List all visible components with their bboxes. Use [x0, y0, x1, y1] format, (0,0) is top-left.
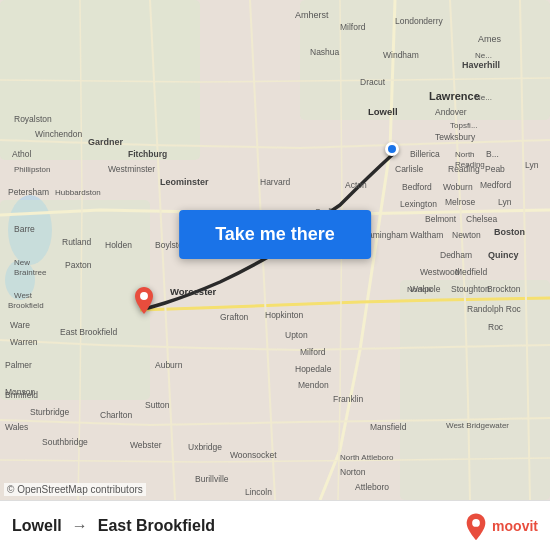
- svg-text:Newton: Newton: [452, 230, 481, 240]
- svg-text:Woonsocket: Woonsocket: [230, 450, 277, 460]
- route-arrow-icon: →: [72, 517, 88, 535]
- svg-point-105: [140, 292, 148, 300]
- svg-text:Brockton: Brockton: [487, 284, 521, 294]
- svg-text:Fitchburg: Fitchburg: [128, 149, 167, 159]
- svg-text:Rutland: Rutland: [62, 237, 92, 247]
- svg-text:Lyn: Lyn: [525, 160, 539, 170]
- svg-text:Lincoln: Lincoln: [245, 487, 272, 497]
- svg-text:Waltham: Waltham: [410, 230, 443, 240]
- svg-text:Southbridge: Southbridge: [42, 437, 88, 447]
- svg-text:Ne...: Ne...: [475, 93, 492, 102]
- svg-text:Londonderry: Londonderry: [395, 16, 443, 26]
- svg-text:Acton: Acton: [345, 180, 367, 190]
- svg-text:Bedford: Bedford: [402, 182, 432, 192]
- svg-text:Petersham: Petersham: [8, 187, 49, 197]
- from-city-label: Lowell: [12, 517, 62, 535]
- svg-text:Carlisle: Carlisle: [395, 164, 424, 174]
- svg-text:Lawrence: Lawrence: [429, 90, 480, 102]
- svg-text:Mendon: Mendon: [298, 380, 329, 390]
- svg-text:Andover: Andover: [435, 107, 467, 117]
- svg-text:Winchendon: Winchendon: [35, 129, 83, 139]
- take-me-there-button[interactable]: Take me there: [179, 210, 371, 259]
- svg-text:Webster: Webster: [130, 440, 162, 450]
- svg-text:Worcester: Worcester: [170, 286, 217, 297]
- bottom-bar: Lowell → East Brookfield moovit: [0, 500, 550, 550]
- svg-text:Dedham: Dedham: [440, 250, 472, 260]
- svg-text:Warren: Warren: [10, 337, 38, 347]
- svg-text:Holden: Holden: [105, 240, 132, 250]
- svg-text:Lowell: Lowell: [368, 106, 398, 117]
- svg-text:Ames: Ames: [478, 34, 502, 44]
- svg-text:North Attleboro: North Attleboro: [340, 453, 394, 462]
- svg-text:Randolph Roc: Randolph Roc: [467, 304, 522, 314]
- svg-text:Chelsea: Chelsea: [466, 214, 497, 224]
- svg-text:Roc: Roc: [488, 322, 504, 332]
- svg-text:Topsfi...: Topsfi...: [450, 121, 478, 130]
- svg-text:Lexington: Lexington: [400, 199, 437, 209]
- svg-text:Sturbridge: Sturbridge: [30, 407, 69, 417]
- destination-marker: [130, 287, 158, 327]
- svg-text:Lyn: Lyn: [498, 197, 512, 207]
- svg-text:Stoughton: Stoughton: [451, 284, 490, 294]
- svg-text:Leominster: Leominster: [160, 177, 209, 187]
- svg-text:Grafton: Grafton: [220, 312, 249, 322]
- moovit-logo: moovit: [462, 512, 538, 540]
- svg-text:Milford: Milford: [300, 347, 326, 357]
- svg-text:Hopkinton: Hopkinton: [265, 310, 304, 320]
- svg-text:West Bridgewater: West Bridgewater: [446, 421, 509, 430]
- svg-text:Norton: Norton: [340, 467, 366, 477]
- svg-text:Quincy: Quincy: [488, 250, 519, 260]
- svg-text:Billerica: Billerica: [410, 149, 440, 159]
- svg-text:Haverhill: Haverhill: [462, 60, 500, 70]
- svg-text:Burillville: Burillville: [195, 474, 229, 484]
- svg-text:Phillipston: Phillipston: [14, 165, 50, 174]
- svg-text:Milford: Milford: [340, 22, 366, 32]
- origin-marker: [385, 142, 399, 156]
- svg-text:Wales: Wales: [5, 422, 28, 432]
- svg-text:Tewksbury: Tewksbury: [435, 132, 476, 142]
- svg-text:Hubbardston: Hubbardston: [55, 188, 101, 197]
- svg-text:Monson: Monson: [5, 387, 36, 397]
- svg-text:Franklin: Franklin: [333, 394, 364, 404]
- svg-text:Windham: Windham: [383, 50, 419, 60]
- svg-text:Sutton: Sutton: [145, 400, 170, 410]
- svg-text:Gardner: Gardner: [88, 137, 124, 147]
- svg-text:Auburn: Auburn: [155, 360, 183, 370]
- svg-text:Royalston: Royalston: [14, 114, 52, 124]
- svg-text:East Brookfield: East Brookfield: [60, 327, 117, 337]
- svg-text:Hopedale: Hopedale: [295, 364, 332, 374]
- to-city-label: East Brookfield: [98, 517, 215, 535]
- svg-text:Ware: Ware: [10, 320, 30, 330]
- svg-text:Reading: Reading: [448, 164, 480, 174]
- svg-text:Uxbridge: Uxbridge: [188, 442, 222, 452]
- svg-text:North: North: [455, 150, 475, 159]
- svg-text:Paxton: Paxton: [65, 260, 92, 270]
- svg-text:Brookfield: Brookfield: [8, 301, 44, 310]
- svg-text:Medford: Medford: [480, 180, 511, 190]
- svg-text:New: New: [14, 258, 30, 267]
- svg-text:Peab: Peab: [485, 164, 505, 174]
- svg-text:Ne...: Ne...: [475, 51, 492, 60]
- svg-text:Dracut: Dracut: [360, 77, 386, 87]
- svg-text:Belmont: Belmont: [425, 214, 457, 224]
- svg-text:Boston: Boston: [494, 227, 525, 237]
- svg-text:Westwood: Westwood: [420, 267, 460, 277]
- svg-text:Westminster: Westminster: [108, 164, 155, 174]
- svg-text:Melrose: Melrose: [445, 197, 476, 207]
- svg-text:Woburn: Woburn: [443, 182, 473, 192]
- moovit-text: moovit: [492, 518, 538, 534]
- svg-text:Amherst: Amherst: [295, 10, 329, 20]
- svg-text:Attleboro: Attleboro: [355, 482, 389, 492]
- svg-text:Medfield: Medfield: [455, 267, 487, 277]
- svg-text:Barre: Barre: [14, 224, 35, 234]
- svg-text:Charlton: Charlton: [100, 410, 132, 420]
- svg-text:Harvard: Harvard: [260, 177, 291, 187]
- svg-text:Mansfield: Mansfield: [370, 422, 407, 432]
- svg-text:Norfolk: Norfolk: [407, 285, 433, 294]
- svg-text:Upton: Upton: [285, 330, 308, 340]
- svg-text:Athol: Athol: [12, 149, 31, 159]
- svg-text:Nashua: Nashua: [310, 47, 340, 57]
- svg-text:Palmer: Palmer: [5, 360, 32, 370]
- svg-text:B...: B...: [486, 149, 499, 159]
- map-attribution: © OpenStreetMap contributors: [4, 483, 146, 496]
